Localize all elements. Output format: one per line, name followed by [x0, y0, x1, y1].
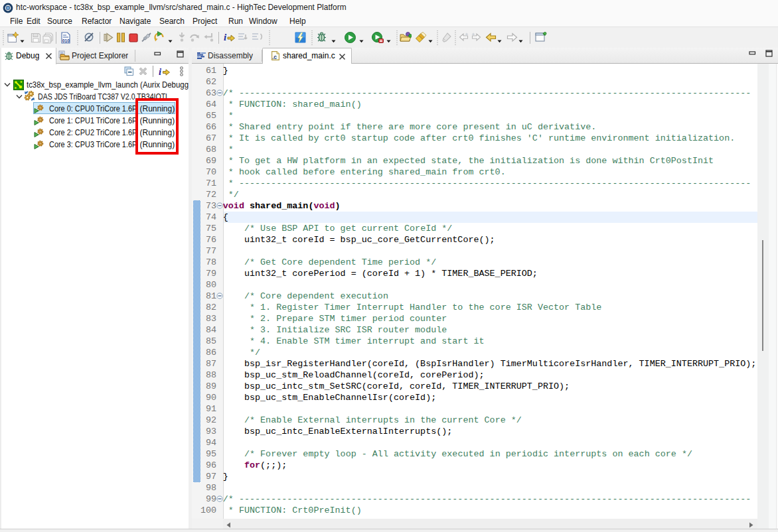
svg-text:010: 010 — [62, 38, 70, 43]
svg-text:i: i — [159, 66, 161, 77]
